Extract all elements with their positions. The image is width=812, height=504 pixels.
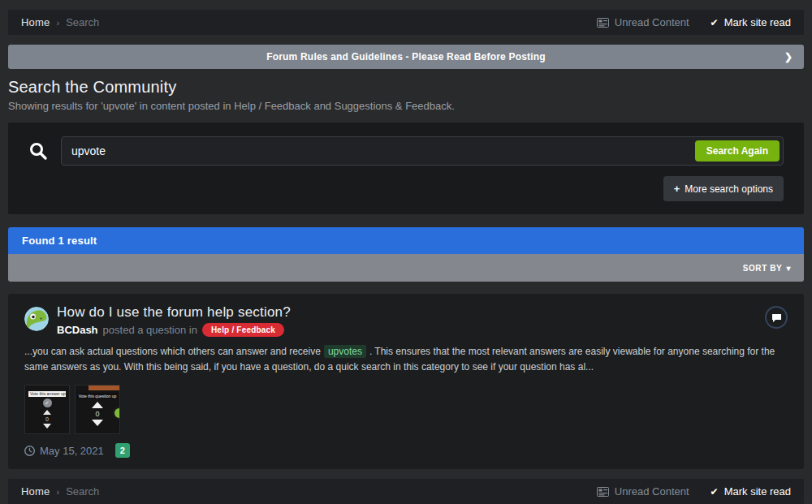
upvote-arrow-icon — [43, 410, 51, 415]
check-icon: ✔ — [710, 486, 719, 498]
mark-site-read-link[interactable]: ✔ Mark site read — [710, 485, 791, 498]
check-circle-icon: ✓ — [43, 398, 52, 407]
search-result-card: How do I use the forum help section? BCD… — [8, 294, 804, 469]
page: Home › Search Unread Content ✔ Mark site… — [0, 0, 812, 504]
byline-text: posted a question in — [103, 324, 197, 336]
unread-content-link[interactable]: Unread Content — [597, 16, 689, 28]
chevron-right-icon: › — [56, 487, 59, 497]
sort-by-dropdown[interactable]: SORT BY ▾ — [743, 264, 791, 273]
breadcrumb: Home › Search — [21, 485, 99, 498]
found-results-bar: Found 1 result — [8, 227, 804, 254]
snippet-prefix: ...you can ask actual questions which ot… — [24, 346, 321, 357]
check-icon: ✔ — [710, 17, 719, 28]
category-badge[interactable]: Help / Feedback — [202, 323, 284, 337]
author-link[interactable]: BCDash — [57, 324, 98, 336]
upvote-arrow-icon — [92, 402, 103, 408]
thumbnail-tooltip-text: Vote this question up — [77, 393, 118, 399]
page-subtitle: Showing results for 'upvote' in content … — [8, 100, 804, 112]
top-bar-actions: Unread Content ✔ Mark site read — [597, 16, 791, 28]
top-breadcrumb-bar: Home › Search Unread Content ✔ Mark site… — [8, 10, 804, 35]
attachment-thumbnails: Vote this answer up or down ✓ 0 Vote thi… — [24, 385, 788, 434]
search-icon — [28, 141, 48, 161]
unread-content-label: Unread Content — [615, 16, 689, 28]
more-search-options-button[interactable]: + More search options — [663, 176, 784, 201]
breadcrumb-home-link[interactable]: Home — [21, 485, 50, 498]
bottom-breadcrumb-bar: Home › Search Unread Content ✔ Mark site… — [8, 479, 804, 504]
downvote-arrow-icon — [92, 420, 103, 426]
post-date-text: May 15, 2021 — [40, 445, 104, 457]
chevron-right-icon: ❯ — [784, 51, 793, 62]
chevron-right-icon: › — [56, 18, 59, 28]
bottom-bar-actions: Unread Content ✔ Mark site read — [597, 485, 791, 498]
more-search-options-label: More search options — [685, 183, 773, 195]
avatar[interactable] — [24, 307, 49, 331]
vote-score: 0 — [45, 416, 49, 422]
mark-site-read-label: Mark site read — [724, 16, 791, 28]
attachment-thumbnail[interactable]: Vote this answer up or down ✓ 0 — [24, 385, 70, 434]
result-meta: May 15, 2021 2 — [24, 443, 788, 458]
breadcrumb-home-link[interactable]: Home — [21, 16, 50, 28]
downvote-arrow-icon — [43, 424, 51, 429]
mark-site-read-label: Mark site read — [724, 485, 791, 498]
post-date: May 15, 2021 — [24, 445, 104, 457]
card-icon — [597, 18, 609, 28]
page-title: Search the Community — [8, 78, 804, 97]
vote-score: 0 — [95, 410, 99, 418]
forum-rules-banner[interactable]: Forum Rules and Guidelines - Please Read… — [8, 45, 804, 69]
attachment-thumbnail[interactable]: Vote this question up 0 — [75, 385, 120, 434]
unread-content-link[interactable]: Unread Content — [597, 485, 689, 498]
unread-content-label: Unread Content — [615, 485, 689, 498]
result-title-link[interactable]: How do I use the forum help section? — [57, 304, 765, 321]
thumbnail-tooltip-text: Vote this answer up or down — [28, 391, 66, 397]
caret-down-icon: ▾ — [786, 264, 791, 273]
breadcrumb-current: Search — [66, 485, 99, 498]
forum-rules-banner-text: Forum Rules and Guidelines - Please Read… — [266, 51, 546, 62]
search-again-button[interactable]: Search Again — [695, 140, 780, 162]
go-to-comment-button[interactable] — [765, 306, 788, 329]
clock-icon — [24, 446, 35, 456]
speech-bubble-icon — [771, 313, 782, 322]
mark-site-read-link[interactable]: ✔ Mark site read — [710, 16, 791, 28]
sort-bar: SORT BY ▾ — [8, 254, 804, 282]
thumbnail-header-bar — [89, 386, 119, 390]
breadcrumb-current: Search — [66, 16, 99, 28]
search-input[interactable] — [61, 136, 784, 166]
card-icon — [597, 487, 609, 497]
snippet-highlight: upvotes — [324, 345, 366, 358]
result-byline: BCDash posted a question in Help / Feedb… — [57, 323, 765, 337]
search-field: Search Again — [61, 136, 784, 166]
plus-icon: + — [674, 183, 680, 195]
result-snippet: ...you can ask actual questions which ot… — [24, 344, 788, 375]
breadcrumb: Home › Search — [21, 16, 99, 28]
gecko-avatar-image — [24, 307, 49, 331]
search-panel: Search Again + More search options — [8, 123, 804, 214]
avatar-peek — [113, 407, 120, 420]
sort-by-label: SORT BY — [743, 264, 783, 273]
reply-count-badge: 2 — [115, 443, 130, 458]
